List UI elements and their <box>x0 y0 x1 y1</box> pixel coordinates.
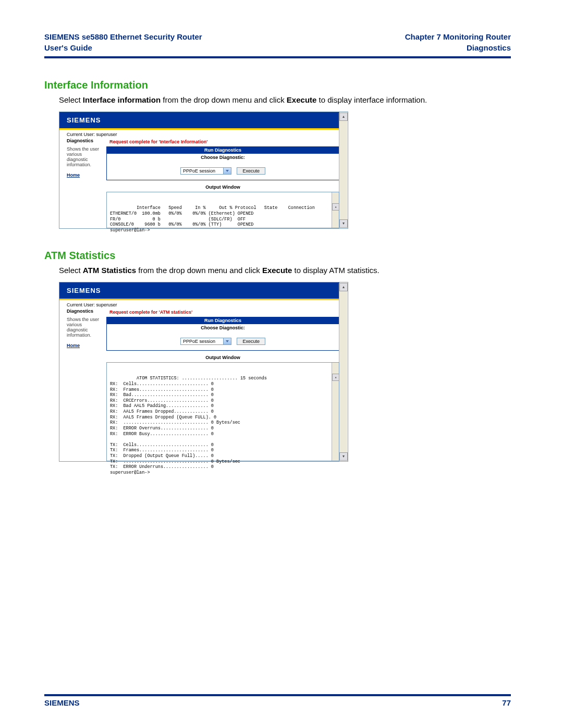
chevron-down-icon <box>226 340 229 342</box>
section-heading-interface-info: Interface Information <box>44 79 511 91</box>
sidebar: Diagnostics Shows the user various diagn… <box>59 309 106 461</box>
sidebar: Diagnostics Shows the user various diagn… <box>59 138 106 228</box>
text-bold: Execute <box>262 266 292 275</box>
text: Select <box>59 266 83 275</box>
scroll-up-icon[interactable]: ▴ <box>332 374 339 381</box>
sidebar-title: Diagnostics <box>67 309 102 314</box>
section-heading-atm-stats: ATM Statistics <box>44 250 511 262</box>
run-diagnostics-header: Run Diagnostics <box>106 146 339 154</box>
scroll-up-icon[interactable]: ▴ <box>339 283 348 291</box>
dropdown-value: PPPoE session <box>183 168 215 174</box>
header-rule <box>44 56 511 58</box>
text-bold: Execute <box>287 95 317 104</box>
page-footer: SIEMENS 77 <box>44 694 511 707</box>
scroll-up-icon[interactable]: ▴ <box>332 203 339 211</box>
output-window-label: Output Window <box>106 184 339 190</box>
screenshot-atm-stats: ▴ ▾ SIEMENS Current User: superuser Diag… <box>59 282 348 462</box>
execute-button[interactable]: Execute <box>237 338 265 345</box>
output-window-label: Output Window <box>106 355 339 360</box>
section1-intro: Select Interface information from the dr… <box>59 95 511 104</box>
logo-bar: SIEMENS <box>59 112 339 128</box>
screenshot-interface-info: ▴ ▾ SIEMENS Current User: superuser Diag… <box>59 112 348 229</box>
current-user: Current User: superuser <box>59 130 339 138</box>
main-panel: Request complete for 'Interface Informat… <box>106 138 339 228</box>
diagnostic-dropdown[interactable]: PPPoE session <box>180 167 231 175</box>
section2-intro: Select ATM Statistics from the drop down… <box>59 266 511 275</box>
chapter-section: Diagnostics <box>405 42 511 53</box>
doc-title: SIEMENS se5880 Ethernet Security Router <box>44 31 202 42</box>
chapter-title: Chapter 7 Monitoring Router <box>405 31 511 42</box>
sidebar-title: Diagnostics <box>67 138 102 143</box>
scroll-down-icon[interactable]: ▾ <box>339 452 348 461</box>
document-page: SIEMENS se5880 Ethernet Security Router … <box>0 0 563 728</box>
output-scrollbar[interactable]: ▴ <box>332 192 339 228</box>
current-user: Current User: superuser <box>59 300 339 309</box>
output-scrollbar[interactable]: ▴ <box>332 363 339 461</box>
output-text: Interface Speed In % Out % Protocol Stat… <box>110 205 315 233</box>
sidebar-note: Shows the user various diagnostic inform… <box>67 317 102 338</box>
text: Select <box>59 95 83 104</box>
status-message: Request complete for 'ATM statistics' <box>106 309 339 317</box>
control-row: PPPoE session Execute <box>106 331 339 351</box>
output-window: ▴ ATOM STATISTICS: .....................… <box>106 362 339 461</box>
scroll-up-icon[interactable]: ▴ <box>339 113 348 121</box>
main-panel: Request complete for 'ATM statistics' Ru… <box>106 309 339 461</box>
sidebar-home-link[interactable]: Home <box>67 172 102 178</box>
output-text: ATOM STATISTICS: ..................... 1… <box>110 376 267 475</box>
chevron-down-icon <box>226 170 229 172</box>
logo-bar: SIEMENS <box>59 282 339 299</box>
output-window: ▴ Interface Speed In % Out % Protocol St… <box>106 192 339 228</box>
footer-rule <box>44 694 511 696</box>
page-number: 77 <box>502 698 511 707</box>
choose-diagnostic-label: Choose Diagnostic: <box>106 154 339 161</box>
sidebar-home-link[interactable]: Home <box>67 343 102 348</box>
dropdown-value: PPPoE session <box>183 339 215 344</box>
status-message: Request complete for 'Interface Informat… <box>106 138 339 146</box>
sidebar-note: Shows the user various diagnostic inform… <box>67 146 102 167</box>
page-header: SIEMENS se5880 Ethernet Security Router … <box>44 31 511 53</box>
text: to display interface information. <box>316 95 427 104</box>
control-row: PPPoE session Execute <box>106 161 339 180</box>
text: from the drop down menu and click <box>161 95 287 104</box>
header-right: Chapter 7 Monitoring Router Diagnostics <box>405 31 511 53</box>
text-bold: ATM Statistics <box>83 266 136 275</box>
choose-diagnostic-label: Choose Diagnostic: <box>106 324 339 331</box>
text-bold: Interface information <box>83 95 161 104</box>
run-diagnostics-header: Run Diagnostics <box>106 317 339 324</box>
header-left: SIEMENS se5880 Ethernet Security Router … <box>44 31 202 53</box>
text: from the drop down menu and click <box>136 266 262 275</box>
footer-brand: SIEMENS <box>44 698 80 707</box>
scrollbar[interactable]: ▴ ▾ <box>339 113 347 228</box>
doc-subtitle: User's Guide <box>44 42 202 53</box>
text: to display ATM statistics. <box>292 266 379 275</box>
execute-button[interactable]: Execute <box>237 167 265 175</box>
diagnostic-dropdown[interactable]: PPPoE session <box>180 338 231 345</box>
